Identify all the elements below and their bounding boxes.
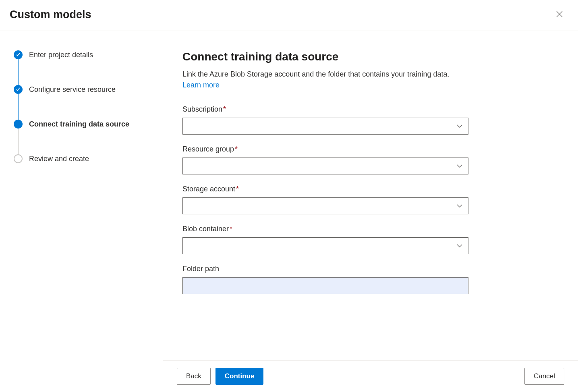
required-asterisk: * bbox=[230, 225, 232, 233]
label-text: Storage account bbox=[182, 185, 235, 193]
field-storage-account: Storage account* bbox=[182, 185, 468, 214]
chevron-down-icon bbox=[457, 242, 462, 249]
step-label: Enter project details bbox=[29, 51, 93, 59]
wizard-steps-sidebar: Enter project details Configure service … bbox=[0, 31, 163, 392]
folder-path-input[interactable] bbox=[182, 277, 468, 294]
storage-account-label: Storage account* bbox=[182, 185, 468, 193]
label-text: Resource group bbox=[182, 145, 234, 153]
section-heading: Connect training data source bbox=[182, 50, 559, 63]
dialog-footer: Back Continue Cancel bbox=[163, 360, 578, 392]
blob-container-dropdown[interactable] bbox=[182, 237, 468, 254]
step-label: Connect training data source bbox=[29, 120, 129, 129]
required-asterisk: * bbox=[236, 185, 239, 193]
blob-container-label: Blob container* bbox=[182, 225, 468, 233]
field-subscription: Subscription* bbox=[182, 105, 468, 135]
step-connector bbox=[18, 59, 19, 85]
field-blob-container: Blob container* bbox=[182, 225, 468, 254]
back-button[interactable]: Back bbox=[177, 368, 211, 385]
step-configure-service-resource[interactable]: Configure service resource bbox=[14, 85, 153, 94]
step-review-and-create[interactable]: Review and create bbox=[14, 154, 153, 163]
required-asterisk: * bbox=[223, 105, 226, 113]
description-text: Link the Azure Blob Storage account and … bbox=[182, 70, 449, 78]
storage-account-dropdown[interactable] bbox=[182, 197, 468, 214]
resource-group-dropdown[interactable] bbox=[182, 158, 468, 174]
step-enter-project-details[interactable]: Enter project details bbox=[14, 50, 153, 59]
check-icon bbox=[14, 85, 23, 94]
chevron-down-icon bbox=[457, 122, 462, 130]
chevron-down-icon bbox=[457, 202, 462, 209]
folder-path-label: Folder path bbox=[182, 265, 468, 273]
dialog-header: Custom models bbox=[0, 0, 578, 31]
required-asterisk: * bbox=[235, 145, 238, 153]
chevron-down-icon bbox=[457, 162, 462, 170]
field-resource-group: Resource group* bbox=[182, 145, 468, 174]
field-folder-path: Folder path bbox=[182, 265, 468, 294]
current-step-icon bbox=[14, 120, 23, 129]
main-content: Connect training data source Link the Az… bbox=[163, 31, 578, 392]
check-icon bbox=[14, 50, 23, 59]
subscription-dropdown[interactable] bbox=[182, 118, 468, 135]
close-icon bbox=[556, 11, 563, 19]
subscription-label: Subscription* bbox=[182, 105, 468, 114]
page-title: Custom models bbox=[10, 8, 91, 21]
learn-more-link[interactable]: Learn more bbox=[182, 81, 220, 89]
section-description: Link the Azure Blob Storage account and … bbox=[182, 69, 464, 91]
close-button[interactable] bbox=[553, 8, 566, 21]
label-text: Subscription bbox=[182, 105, 222, 113]
pending-step-icon bbox=[14, 154, 23, 163]
step-connector bbox=[18, 94, 19, 120]
cancel-button[interactable]: Cancel bbox=[524, 368, 564, 385]
step-label: Configure service resource bbox=[29, 85, 116, 94]
step-connector bbox=[18, 129, 19, 154]
continue-button[interactable]: Continue bbox=[215, 368, 264, 385]
label-text: Blob container bbox=[182, 225, 229, 233]
step-connect-training-data-source[interactable]: Connect training data source bbox=[14, 120, 153, 129]
resource-group-label: Resource group* bbox=[182, 145, 468, 153]
step-label: Review and create bbox=[29, 155, 89, 163]
